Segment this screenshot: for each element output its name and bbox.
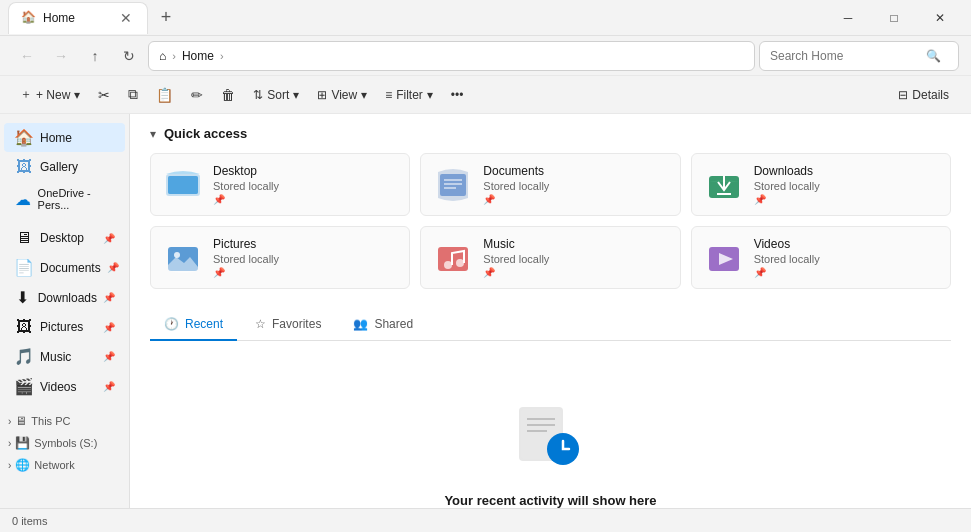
new-button[interactable]: ＋ + New ▾ — [12, 81, 88, 109]
folder-info: Desktop Stored locally 📌 — [213, 164, 279, 205]
recent-clock-icon: 🕐 — [164, 317, 179, 331]
folder-item-music[interactable]: Music Stored locally 📌 — [420, 226, 680, 289]
pin-icon: 📌 — [103, 233, 115, 244]
pin-badge: 📌 — [483, 267, 549, 278]
pin-icon: 📌 — [103, 322, 115, 333]
pin-badge: 📌 — [483, 194, 549, 205]
address-bar[interactable]: ⌂ › Home › — [148, 41, 755, 71]
view-chevron-icon: ▾ — [361, 88, 367, 102]
folder-item-videos[interactable]: Videos Stored locally 📌 — [691, 226, 951, 289]
up-button[interactable]: ↑ — [80, 41, 110, 71]
home-breadcrumb-icon: ⌂ — [159, 49, 166, 63]
new-tab-button[interactable]: + — [152, 4, 180, 32]
collapse-icon: ▾ — [150, 127, 156, 141]
sidebar-item-gallery[interactable]: 🖼 Gallery — [4, 153, 125, 181]
folder-sub: Stored locally — [483, 180, 549, 192]
view-icon: ⊞ — [317, 88, 327, 102]
details-panel-icon: ⊟ — [898, 88, 908, 102]
forward-button[interactable]: → — [46, 41, 76, 71]
search-box[interactable]: 🔍 — [759, 41, 959, 71]
pictures-sidebar-icon: 🖼 — [14, 318, 34, 336]
desktop-sidebar-icon: 🖥 — [14, 229, 34, 247]
refresh-button[interactable]: ↻ — [114, 41, 144, 71]
rename-button[interactable]: ✏ — [183, 81, 211, 109]
copy-icon: ⧉ — [128, 86, 138, 103]
sidebar-item-onedrive[interactable]: ☁ OneDrive - Pers... — [4, 182, 125, 216]
sidebar-section-thispc[interactable]: › 🖥 This PC — [0, 410, 129, 432]
folder-name: Desktop — [213, 164, 279, 178]
folder-item-pictures[interactable]: Pictures Stored locally 📌 — [150, 226, 410, 289]
folder-info: Documents Stored locally 📌 — [483, 164, 549, 205]
sort-icon: ⇅ — [253, 88, 263, 102]
content-area: ▾ Quick access Desktop Stored locally — [130, 114, 971, 508]
pin-badge: 📌 — [213, 194, 279, 205]
onedrive-icon: ☁ — [14, 190, 32, 209]
activity-tabs-bar: 🕐 Recent ☆ Favorites 👥 Shared — [150, 309, 951, 341]
paste-icon: 📋 — [156, 87, 173, 103]
close-button[interactable]: ✕ — [917, 0, 963, 36]
videos-sidebar-icon: 🎬 — [14, 377, 34, 396]
folder-item-desktop[interactable]: Desktop Stored locally 📌 — [150, 153, 410, 216]
sidebar-item-pictures[interactable]: 🖼 Pictures 📌 — [4, 313, 125, 341]
sidebar-item-videos[interactable]: 🎬 Videos 📌 — [4, 372, 125, 401]
search-icon: 🔍 — [926, 49, 941, 63]
pin-icon: 📌 — [103, 351, 115, 362]
pin-icon: 📌 — [103, 292, 115, 303]
tab-favorites[interactable]: ☆ Favorites — [241, 309, 335, 341]
minimize-button[interactable]: ─ — [825, 0, 871, 36]
more-button[interactable]: ••• — [443, 81, 472, 109]
section-label: 💾 — [15, 436, 30, 450]
sidebar-item-label: Desktop — [40, 231, 84, 245]
filter-icon: ≡ — [385, 88, 392, 102]
search-input[interactable] — [770, 49, 920, 63]
command-bar: ＋ + New ▾ ✂ ⧉ 📋 ✏ 🗑 ⇅ Sort ▾ ⊞ View ▾ ≡ … — [0, 76, 971, 114]
sidebar-item-desktop[interactable]: 🖥 Desktop 📌 — [4, 224, 125, 252]
filter-chevron-icon: ▾ — [427, 88, 433, 102]
quickaccess-header[interactable]: ▾ Quick access — [150, 126, 951, 141]
view-label: View — [331, 88, 357, 102]
folder-item-documents[interactable]: Documents Stored locally 📌 — [420, 153, 680, 216]
folder-item-downloads[interactable]: Downloads Stored locally 📌 — [691, 153, 951, 216]
sort-button[interactable]: ⇅ Sort ▾ — [245, 81, 307, 109]
delete-button[interactable]: 🗑 — [213, 81, 243, 109]
sidebar-section-symbols[interactable]: › 💾 Symbols (S:) — [0, 432, 129, 454]
documents-folder-icon — [433, 165, 473, 205]
quickaccess-title: Quick access — [164, 126, 247, 141]
sidebar-item-documents[interactable]: 📄 Documents 📌 — [4, 253, 125, 282]
sidebar-section-network[interactable]: › 🌐 Network — [0, 454, 129, 476]
folder-name: Downloads — [754, 164, 820, 178]
folder-info: Downloads Stored locally 📌 — [754, 164, 820, 205]
thispc-label: This PC — [31, 415, 70, 427]
copy-button[interactable]: ⧉ — [120, 81, 146, 109]
sidebar-item-downloads[interactable]: ⬇ Downloads 📌 — [4, 283, 125, 312]
folder-sub: Stored locally — [213, 180, 279, 192]
details-button[interactable]: ⊟ Details — [888, 84, 959, 106]
sidebar-item-label: Music — [40, 350, 71, 364]
view-button[interactable]: ⊞ View ▾ — [309, 81, 375, 109]
active-tab[interactable]: 🏠 Home ✕ — [8, 2, 148, 34]
sidebar-item-label: Downloads — [38, 291, 97, 305]
new-chevron-icon: ▾ — [74, 88, 80, 102]
filter-label: Filter — [396, 88, 423, 102]
downloads-folder-icon — [704, 165, 744, 205]
maximize-button[interactable]: □ — [871, 0, 917, 36]
more-icon: ••• — [451, 88, 464, 102]
paste-button[interactable]: 📋 — [148, 81, 181, 109]
tab-shared[interactable]: 👥 Shared — [339, 309, 427, 341]
shared-label: Shared — [374, 317, 413, 331]
tab-close-button[interactable]: ✕ — [117, 9, 135, 27]
filter-button[interactable]: ≡ Filter ▾ — [377, 81, 441, 109]
svg-point-14 — [456, 259, 464, 267]
desktop-folder-icon — [163, 165, 203, 205]
breadcrumb-home[interactable]: Home — [182, 49, 214, 63]
sidebar-item-home[interactable]: 🏠 Home — [4, 123, 125, 152]
sidebar-item-music[interactable]: 🎵 Music 📌 — [4, 342, 125, 371]
window-controls: ─ □ ✕ — [825, 0, 963, 36]
status-text: 0 items — [12, 515, 47, 527]
sidebar-item-label: Home — [40, 131, 72, 145]
cut-button[interactable]: ✂ — [90, 81, 118, 109]
expand-icon: › — [8, 416, 11, 427]
tab-recent[interactable]: 🕐 Recent — [150, 309, 237, 341]
back-button[interactable]: ← — [12, 41, 42, 71]
new-icon: ＋ — [20, 86, 32, 103]
